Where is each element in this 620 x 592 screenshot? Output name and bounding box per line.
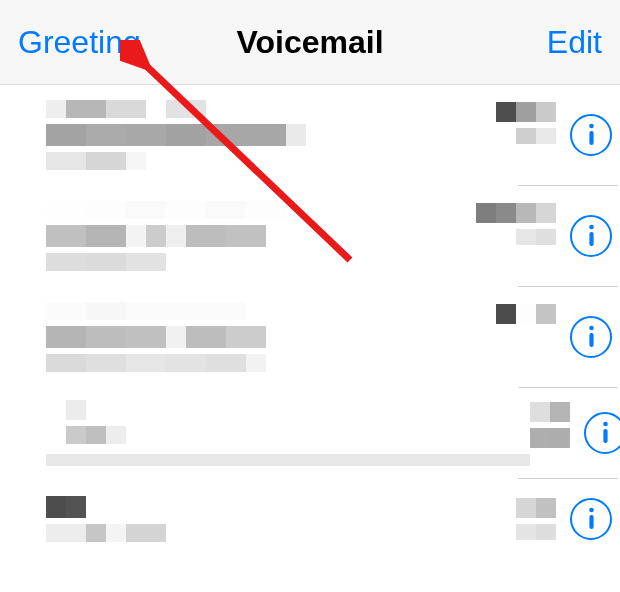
info-icon [587, 224, 596, 248]
voicemail-row[interactable] [0, 287, 620, 387]
voicemail-info [46, 100, 496, 170]
svg-rect-3 [589, 232, 593, 246]
svg-point-2 [589, 225, 594, 230]
info-button[interactable] [570, 316, 612, 358]
info-button[interactable] [570, 114, 612, 156]
voicemail-row[interactable] [0, 479, 620, 559]
navbar: Greeting Voicemail Edit [0, 0, 620, 85]
svg-point-0 [589, 124, 594, 129]
info-button[interactable] [570, 215, 612, 257]
info-icon [587, 507, 596, 531]
info-icon [587, 325, 596, 349]
svg-point-4 [589, 326, 594, 331]
voicemail-meta [530, 402, 570, 448]
edit-button[interactable]: Edit [547, 24, 602, 61]
svg-rect-9 [589, 515, 593, 529]
voicemail-meta [476, 203, 556, 245]
greeting-button[interactable]: Greeting [18, 24, 141, 61]
voicemail-meta [516, 498, 556, 540]
svg-point-8 [589, 508, 594, 513]
svg-point-6 [603, 422, 608, 427]
page-title: Voicemail [236, 24, 383, 61]
voicemail-meta [496, 102, 556, 144]
voicemail-list [0, 85, 620, 559]
voicemail-row[interactable] [0, 388, 620, 478]
voicemail-info [46, 400, 530, 466]
svg-rect-7 [603, 429, 607, 443]
info-icon [601, 421, 610, 445]
voicemail-info [46, 302, 496, 372]
info-icon [587, 123, 596, 147]
voicemail-row[interactable] [0, 85, 620, 185]
voicemail-meta [496, 304, 556, 346]
info-button[interactable] [570, 498, 612, 540]
svg-rect-1 [589, 131, 593, 145]
info-button[interactable] [584, 412, 620, 454]
voicemail-row[interactable] [0, 186, 620, 286]
svg-rect-5 [589, 333, 593, 347]
voicemail-info [46, 201, 476, 271]
voicemail-info [46, 496, 516, 542]
